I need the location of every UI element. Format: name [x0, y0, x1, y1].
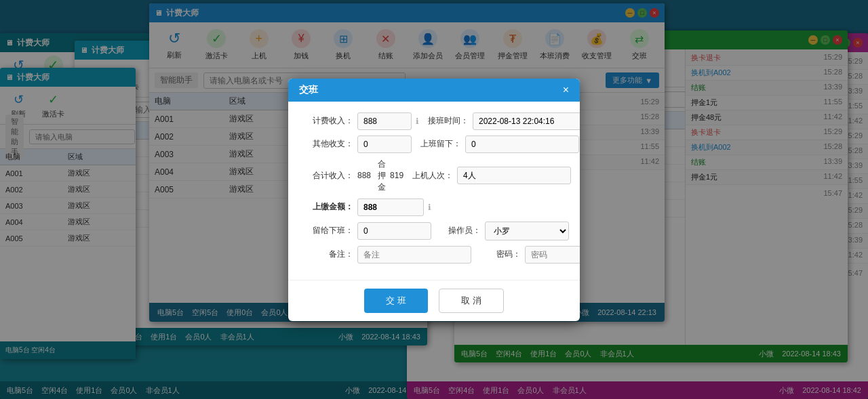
- operator-select[interactable]: 小罗: [485, 222, 569, 240]
- leftover-label: 留给下班：: [299, 225, 353, 236]
- notes-input[interactable]: [357, 246, 471, 264]
- connect-time-label: 接班时间：: [425, 115, 469, 127]
- password-input[interactable]: [525, 246, 580, 264]
- total-income-value: 888: [357, 171, 371, 180]
- other-income-input[interactable]: [357, 135, 412, 153]
- total-income-label: 合计收入：: [299, 170, 353, 182]
- leftover-input[interactable]: [357, 222, 431, 240]
- prev-leftover-label: 上班留下：: [417, 138, 461, 150]
- deposit-amount-label: 上缴金额：: [299, 201, 353, 213]
- notes-label: 备注：: [299, 249, 353, 260]
- password-label: 密码：: [477, 249, 521, 260]
- fee-income-label: 计费收入：: [299, 115, 353, 127]
- prev-leftover-input[interactable]: [465, 135, 579, 153]
- handover-dialog: 交班 × 计费收入： ℹ 接班时间： 其他收支：: [288, 79, 580, 321]
- dialog-title: 交班: [299, 84, 318, 96]
- operator-label: 操作员：: [437, 225, 481, 236]
- connect-time-input[interactable]: [473, 112, 580, 130]
- submit-handover-btn[interactable]: 交 班: [364, 289, 428, 313]
- fee-income-hint[interactable]: ℹ: [416, 117, 419, 126]
- fee-income-input[interactable]: [357, 112, 412, 130]
- deposit-amount-input[interactable]: [357, 198, 424, 216]
- sessions-label: 上机人次：: [409, 170, 453, 182]
- dialog-header: 交班 ×: [288, 79, 580, 102]
- cancel-handover-btn[interactable]: 取 消: [439, 289, 504, 313]
- dialog-close-btn[interactable]: ×: [563, 84, 569, 96]
- total-deposit-label: 合押金: [378, 159, 386, 193]
- other-income-label: 其他收支：: [299, 138, 353, 150]
- total-deposit-value: 819: [390, 171, 403, 180]
- modal-overlay: 交班 × 计费收入： ℹ 接班时间： 其他收支：: [0, 0, 868, 399]
- deposit-amount-hint[interactable]: ℹ: [428, 203, 431, 212]
- sessions-input[interactable]: [457, 167, 571, 184]
